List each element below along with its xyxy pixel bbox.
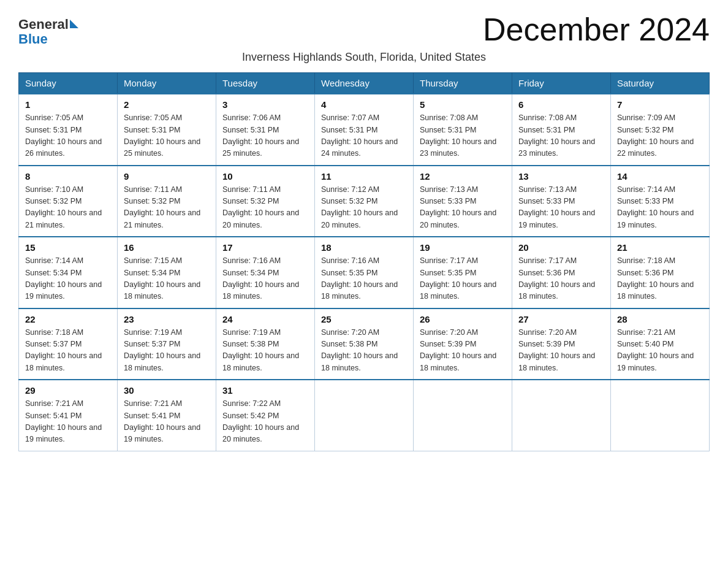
day-info: Sunrise: 7:21 AMSunset: 5:41 PMDaylight:… (124, 398, 210, 446)
column-header-monday: Monday (118, 73, 216, 94)
page-subtitle: Inverness Highlands South, Florida, Unit… (18, 51, 710, 64)
column-header-friday: Friday (512, 73, 611, 94)
day-info: Sunrise: 7:14 AMSunset: 5:33 PMDaylight:… (617, 184, 703, 232)
day-info: Sunrise: 7:20 AMSunset: 5:38 PMDaylight:… (321, 327, 407, 375)
day-number: 19 (420, 242, 506, 253)
calendar-cell: 17Sunrise: 7:16 AMSunset: 5:34 PMDayligh… (216, 237, 315, 308)
page-title: December 2024 (483, 12, 710, 47)
day-info: Sunrise: 7:18 AMSunset: 5:37 PMDaylight:… (25, 327, 111, 375)
day-number: 16 (124, 242, 210, 253)
calendar-cell (315, 380, 414, 451)
day-info: Sunrise: 7:05 AMSunset: 5:31 PMDaylight:… (25, 112, 111, 160)
day-number: 22 (25, 314, 111, 324)
day-number: 4 (321, 99, 407, 110)
calendar-cell: 10Sunrise: 7:11 AMSunset: 5:32 PMDayligh… (216, 166, 315, 237)
day-number: 24 (222, 314, 308, 324)
day-info: Sunrise: 7:19 AMSunset: 5:38 PMDaylight:… (222, 327, 308, 375)
calendar-cell: 5Sunrise: 7:08 AMSunset: 5:31 PMDaylight… (414, 94, 512, 166)
day-number: 20 (518, 242, 604, 253)
day-info: Sunrise: 7:16 AMSunset: 5:34 PMDaylight:… (222, 255, 308, 303)
day-info: Sunrise: 7:14 AMSunset: 5:34 PMDaylight:… (25, 255, 111, 303)
page-header: General Blue December 2024 (18, 12, 710, 47)
logo-triangle-icon (70, 20, 78, 28)
calendar-cell: 8Sunrise: 7:10 AMSunset: 5:32 PMDaylight… (19, 166, 118, 237)
day-number: 26 (420, 314, 506, 324)
day-info: Sunrise: 7:20 AMSunset: 5:39 PMDaylight:… (518, 327, 604, 375)
day-info: Sunrise: 7:17 AMSunset: 5:35 PMDaylight:… (420, 255, 506, 303)
calendar-cell: 15Sunrise: 7:14 AMSunset: 5:34 PMDayligh… (19, 237, 118, 308)
calendar-cell: 7Sunrise: 7:09 AMSunset: 5:32 PMDaylight… (611, 94, 710, 166)
day-number: 7 (617, 99, 703, 110)
day-number: 31 (222, 385, 308, 396)
calendar-cell: 14Sunrise: 7:14 AMSunset: 5:33 PMDayligh… (611, 166, 710, 237)
column-header-saturday: Saturday (611, 73, 710, 94)
day-info: Sunrise: 7:16 AMSunset: 5:35 PMDaylight:… (321, 255, 407, 303)
week-row-5: 29Sunrise: 7:21 AMSunset: 5:41 PMDayligh… (19, 380, 710, 451)
week-row-3: 15Sunrise: 7:14 AMSunset: 5:34 PMDayligh… (19, 237, 710, 308)
day-info: Sunrise: 7:08 AMSunset: 5:31 PMDaylight:… (518, 112, 604, 160)
day-info: Sunrise: 7:18 AMSunset: 5:36 PMDaylight:… (617, 255, 703, 303)
day-info: Sunrise: 7:15 AMSunset: 5:34 PMDaylight:… (124, 255, 210, 303)
day-number: 14 (617, 171, 703, 182)
day-info: Sunrise: 7:09 AMSunset: 5:32 PMDaylight:… (617, 112, 703, 160)
day-info: Sunrise: 7:11 AMSunset: 5:32 PMDaylight:… (222, 184, 308, 232)
day-info: Sunrise: 7:05 AMSunset: 5:31 PMDaylight:… (124, 112, 210, 160)
day-info: Sunrise: 7:06 AMSunset: 5:31 PMDaylight:… (222, 112, 308, 160)
calendar-cell: 31Sunrise: 7:22 AMSunset: 5:42 PMDayligh… (216, 380, 315, 451)
calendar-cell: 20Sunrise: 7:17 AMSunset: 5:36 PMDayligh… (512, 237, 611, 308)
calendar-cell: 24Sunrise: 7:19 AMSunset: 5:38 PMDayligh… (216, 308, 315, 380)
day-info: Sunrise: 7:11 AMSunset: 5:32 PMDaylight:… (124, 184, 210, 232)
day-number: 21 (617, 242, 703, 253)
calendar-cell: 13Sunrise: 7:13 AMSunset: 5:33 PMDayligh… (512, 166, 611, 237)
week-row-2: 8Sunrise: 7:10 AMSunset: 5:32 PMDaylight… (19, 166, 710, 237)
calendar-cell: 3Sunrise: 7:06 AMSunset: 5:31 PMDaylight… (216, 94, 315, 166)
column-header-thursday: Thursday (414, 73, 512, 94)
day-number: 8 (25, 171, 111, 182)
calendar-cell: 16Sunrise: 7:15 AMSunset: 5:34 PMDayligh… (118, 237, 216, 308)
day-info: Sunrise: 7:07 AMSunset: 5:31 PMDaylight:… (321, 112, 407, 160)
day-info: Sunrise: 7:20 AMSunset: 5:39 PMDaylight:… (420, 327, 506, 375)
day-number: 1 (25, 99, 111, 110)
day-number: 23 (124, 314, 210, 324)
calendar-cell: 29Sunrise: 7:21 AMSunset: 5:41 PMDayligh… (19, 380, 118, 451)
day-info: Sunrise: 7:13 AMSunset: 5:33 PMDaylight:… (420, 184, 506, 232)
calendar-cell: 28Sunrise: 7:21 AMSunset: 5:40 PMDayligh… (611, 308, 710, 380)
calendar-cell (414, 380, 512, 451)
calendar-cell: 12Sunrise: 7:13 AMSunset: 5:33 PMDayligh… (414, 166, 512, 237)
calendar-cell: 23Sunrise: 7:19 AMSunset: 5:37 PMDayligh… (118, 308, 216, 380)
day-number: 2 (124, 99, 210, 110)
calendar-header-row: SundayMondayTuesdayWednesdayThursdayFrid… (19, 73, 710, 94)
calendar-cell: 30Sunrise: 7:21 AMSunset: 5:41 PMDayligh… (118, 380, 216, 451)
calendar-cell: 26Sunrise: 7:20 AMSunset: 5:39 PMDayligh… (414, 308, 512, 380)
logo-blue-text: Blue (18, 32, 78, 47)
day-number: 5 (420, 99, 506, 110)
day-number: 15 (25, 242, 111, 253)
calendar-cell: 22Sunrise: 7:18 AMSunset: 5:37 PMDayligh… (19, 308, 118, 380)
calendar-cell (611, 380, 710, 451)
day-number: 10 (222, 171, 308, 182)
column-header-wednesday: Wednesday (315, 73, 414, 94)
day-number: 9 (124, 171, 210, 182)
calendar-cell: 2Sunrise: 7:05 AMSunset: 5:31 PMDaylight… (118, 94, 216, 166)
logo-general-text: General (18, 17, 69, 32)
day-info: Sunrise: 7:13 AMSunset: 5:33 PMDaylight:… (518, 184, 604, 232)
day-info: Sunrise: 7:10 AMSunset: 5:32 PMDaylight:… (25, 184, 111, 232)
day-number: 29 (25, 385, 111, 396)
day-info: Sunrise: 7:19 AMSunset: 5:37 PMDaylight:… (124, 327, 210, 375)
calendar-cell: 25Sunrise: 7:20 AMSunset: 5:38 PMDayligh… (315, 308, 414, 380)
calendar-cell: 4Sunrise: 7:07 AMSunset: 5:31 PMDaylight… (315, 94, 414, 166)
week-row-1: 1Sunrise: 7:05 AMSunset: 5:31 PMDaylight… (19, 94, 710, 166)
day-number: 30 (124, 385, 210, 396)
day-number: 28 (617, 314, 703, 324)
column-header-tuesday: Tuesday (216, 73, 315, 94)
day-number: 13 (518, 171, 604, 182)
day-number: 18 (321, 242, 407, 253)
calendar-cell: 9Sunrise: 7:11 AMSunset: 5:32 PMDaylight… (118, 166, 216, 237)
calendar-cell: 1Sunrise: 7:05 AMSunset: 5:31 PMDaylight… (19, 94, 118, 166)
day-number: 27 (518, 314, 604, 324)
calendar-table: SundayMondayTuesdayWednesdayThursdayFrid… (18, 72, 710, 451)
calendar-cell: 19Sunrise: 7:17 AMSunset: 5:35 PMDayligh… (414, 237, 512, 308)
calendar-cell: 21Sunrise: 7:18 AMSunset: 5:36 PMDayligh… (611, 237, 710, 308)
day-number: 12 (420, 171, 506, 182)
logo: General Blue (18, 17, 78, 47)
